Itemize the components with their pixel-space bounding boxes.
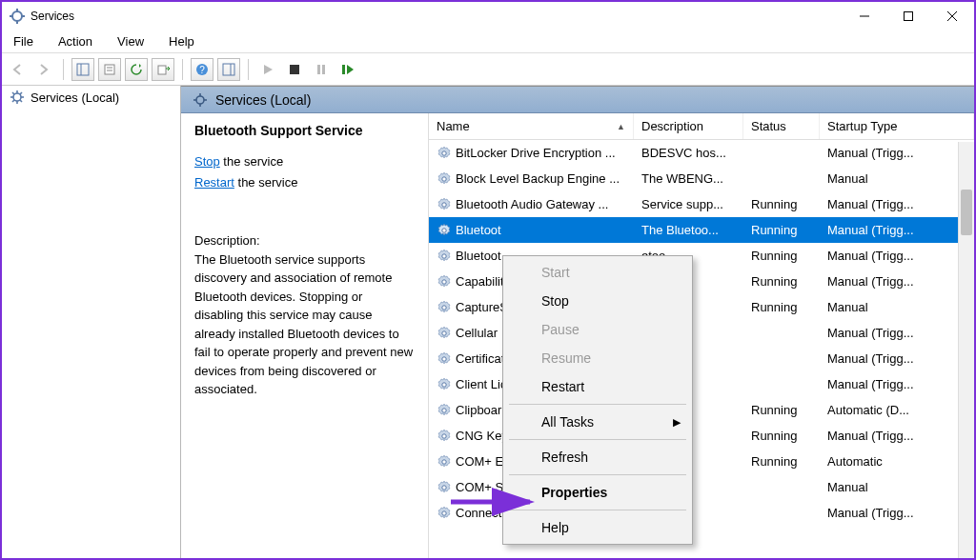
- svg-rect-17: [223, 64, 234, 75]
- sort-asc-icon: ▲: [617, 122, 625, 131]
- services-icon: [193, 92, 208, 108]
- restart-link[interactable]: Restart: [194, 175, 234, 190]
- svg-point-32: [196, 96, 204, 104]
- service-status: Running: [743, 223, 820, 237]
- description-text: The Bluetooth service supports discovery…: [194, 250, 415, 399]
- stop-link[interactable]: Stop: [194, 154, 220, 169]
- svg-point-40: [442, 228, 446, 231]
- cm-start: Start: [505, 258, 690, 287]
- col-status[interactable]: Status: [743, 113, 820, 139]
- service-startup: Manual (Trigg...: [820, 274, 974, 289]
- service-startup: Manual: [820, 300, 974, 314]
- service-name: CNG Key: [456, 429, 508, 443]
- menu-action[interactable]: Action: [54, 32, 96, 50]
- svg-line-31: [20, 92, 22, 94]
- service-name: COM+ E: [456, 454, 503, 469]
- svg-line-29: [20, 100, 22, 102]
- maximize-button[interactable]: [886, 2, 930, 30]
- show-hide-tree-button[interactable]: [71, 58, 94, 81]
- toolbar: ?: [2, 53, 974, 86]
- menu-bar: File Action View Help: [2, 30, 974, 53]
- menu-help[interactable]: Help: [165, 32, 198, 50]
- svg-point-23: [13, 93, 21, 101]
- export-button[interactable]: [152, 58, 174, 81]
- forward-button[interactable]: [32, 58, 55, 81]
- svg-line-28: [12, 92, 14, 94]
- service-desc: The WBENG...: [634, 171, 743, 186]
- svg-point-49: [442, 459, 446, 463]
- col-description[interactable]: Description: [634, 113, 743, 139]
- svg-point-37: [442, 150, 446, 154]
- menu-file[interactable]: File: [10, 32, 37, 50]
- svg-point-48: [442, 433, 446, 437]
- service-name: Block Level Backup Engine ...: [456, 171, 620, 186]
- restart-service-button[interactable]: [336, 58, 359, 81]
- svg-line-30: [12, 100, 14, 102]
- cm-refresh[interactable]: Refresh: [505, 443, 690, 471]
- services-icon: [10, 90, 25, 105]
- cm-help[interactable]: Help: [505, 513, 690, 542]
- detail-pane: Bluetooth Support Service Stop the servi…: [181, 113, 429, 558]
- service-name: Cellular: [456, 326, 498, 340]
- svg-rect-20: [317, 65, 320, 74]
- service-status: Running: [743, 300, 820, 314]
- help-button[interactable]: ?: [191, 58, 214, 81]
- svg-rect-19: [290, 65, 299, 74]
- close-button[interactable]: [930, 2, 974, 30]
- service-status: Running: [743, 274, 820, 289]
- cm-resume: Resume: [505, 344, 690, 372]
- svg-point-44: [442, 330, 446, 334]
- service-name: Clipboar: [456, 403, 501, 417]
- svg-point-0: [12, 11, 22, 21]
- service-name: CaptureS: [456, 300, 508, 314]
- start-service-button[interactable]: [256, 58, 279, 81]
- service-name: BitLocker Drive Encryption ...: [456, 146, 616, 160]
- table-row[interactable]: Bluetooth Audio Gateway ...Service supp.…: [429, 191, 974, 217]
- svg-rect-14: [158, 66, 166, 74]
- stop-service-button[interactable]: [283, 58, 306, 81]
- service-startup: Automatic (D...: [820, 403, 974, 417]
- service-name: Bluetoot: [456, 249, 501, 263]
- nav-tree: Services (Local): [2, 86, 181, 558]
- svg-point-41: [442, 253, 446, 257]
- refresh-button[interactable]: [125, 58, 148, 81]
- cm-restart[interactable]: Restart: [505, 372, 690, 401]
- table-row[interactable]: BluetootThe Bluetoo...RunningManual (Tri…: [429, 217, 974, 243]
- scrollbar[interactable]: [958, 142, 974, 558]
- col-name[interactable]: Name▲: [429, 113, 634, 139]
- cm-stop[interactable]: Stop: [505, 287, 690, 315]
- service-startup: Manual (Trigg...: [820, 146, 974, 160]
- service-desc: The Bluetoo...: [634, 223, 743, 237]
- service-startup: Manual (Trigg...: [820, 377, 974, 391]
- nav-services-local[interactable]: Services (Local): [2, 86, 180, 109]
- cm-all-tasks[interactable]: All Tasks▶: [505, 408, 690, 436]
- service-status: Running: [743, 454, 820, 469]
- content-header-title: Services (Local): [215, 92, 311, 108]
- service-name: Certificat: [456, 351, 504, 366]
- svg-point-47: [442, 408, 446, 411]
- table-row[interactable]: BitLocker Drive Encryption ...BDESVC hos…: [429, 140, 974, 166]
- show-hide-action-button[interactable]: [217, 58, 240, 81]
- stop-suffix: the service: [220, 154, 283, 169]
- restart-suffix: the service: [234, 175, 297, 190]
- service-name: Bluetooth Audio Gateway ...: [456, 197, 608, 211]
- service-status: Running: [743, 249, 820, 263]
- service-startup: Manual (Trigg...: [820, 223, 974, 237]
- title-bar: Services: [2, 2, 974, 30]
- svg-text:?: ?: [199, 65, 205, 75]
- table-row[interactable]: Block Level Backup Engine ...The WBENG..…: [429, 166, 974, 191]
- scroll-thumb[interactable]: [961, 190, 972, 235]
- svg-rect-9: [77, 64, 89, 75]
- col-startup[interactable]: Startup Type: [820, 113, 974, 139]
- svg-point-46: [442, 382, 446, 386]
- service-startup: Manual (Trigg...: [820, 429, 974, 443]
- minimize-button[interactable]: [843, 2, 886, 30]
- menu-view[interactable]: View: [113, 32, 148, 50]
- service-startup: Manual (Trigg...: [820, 326, 974, 340]
- pause-service-button[interactable]: [310, 58, 333, 81]
- properties-button[interactable]: [98, 58, 121, 81]
- back-button[interactable]: [6, 58, 29, 81]
- service-startup: Manual (Trigg...: [820, 506, 974, 520]
- svg-point-43: [442, 305, 446, 309]
- service-startup: Automatic: [820, 454, 974, 469]
